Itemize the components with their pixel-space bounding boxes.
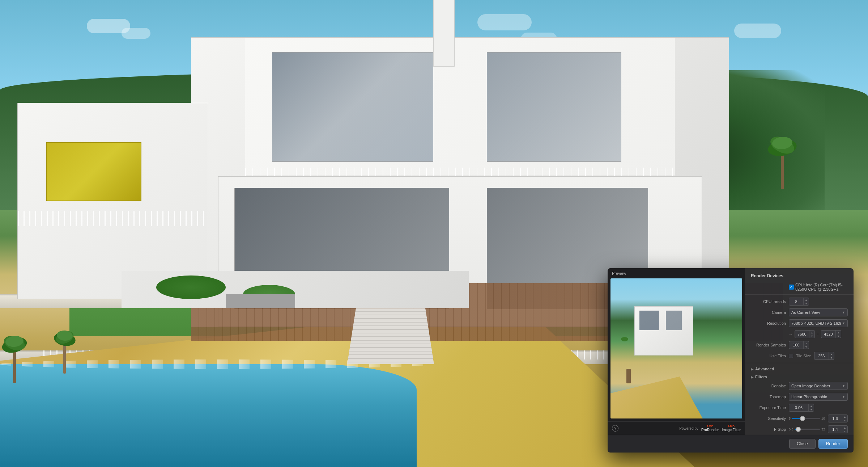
height-up[interactable]: ▲ [836, 331, 841, 334]
fstop-spinners: ▲ ▼ [842, 426, 847, 433]
cloud [477, 14, 532, 30]
fstop-value-field[interactable]: 1.4 ▲ ▼ [828, 425, 848, 433]
tile-size-down[interactable]: ▼ [829, 356, 834, 359]
height-field[interactable]: 4320 ▲ ▼ [821, 330, 841, 338]
use-tiles-label: Use Tiles [751, 354, 789, 358]
camera-label: Camera [751, 310, 789, 315]
close-button[interactable]: Close [789, 439, 816, 449]
tiles-control: Tile Size 256 ▲ ▼ [789, 352, 848, 360]
exposure-up[interactable]: ▲ [809, 404, 814, 408]
tile-size-up[interactable]: ▲ [829, 352, 834, 356]
render-samples-value: 100 [789, 343, 803, 347]
fstop-thumb[interactable] [796, 427, 801, 432]
sensitivity-control: 5 10 1.6 ▲ ▼ [789, 415, 848, 422]
resolution-row: Resolution 7680 x 4320, UHDTV-2 16:9 ▼ [745, 318, 854, 329]
fstop-slider-container [795, 429, 820, 430]
cpu-threads-value: 8 [789, 299, 803, 304]
fstop-up[interactable]: ▲ [842, 426, 847, 429]
exposure-control: 0.06 ▲ ▼ [789, 404, 848, 412]
exposure-label: Exposure Time [751, 405, 789, 410]
height-spinners: ▲ ▼ [835, 331, 841, 338]
exposure-down[interactable]: ▼ [809, 408, 814, 411]
render-button[interactable]: Render [818, 439, 848, 449]
camera-dropdown[interactable]: As Current View ▼ [789, 308, 848, 316]
height-down[interactable]: ▼ [836, 334, 841, 338]
outdoor-table [226, 294, 295, 308]
denoise-dropdown[interactable]: Open Image Denoiser ▼ [789, 382, 848, 390]
filters-label: Filters [755, 375, 767, 379]
fstop-min: 0.5 [789, 428, 793, 431]
render-panel: Preview ? [608, 268, 854, 453]
palm-tree-2 [52, 316, 77, 374]
fstop-control: 0.5 32 1.4 ▲ ▼ [789, 425, 848, 433]
chimney [433, 0, 455, 67]
use-tiles-checkbox[interactable] [789, 354, 793, 358]
width-up[interactable]: ▲ [809, 331, 814, 334]
tonemap-value: Linear Photographic [791, 395, 827, 399]
sensitivity-max: 10 [821, 417, 825, 420]
balcony-left [18, 211, 208, 226]
separator-2 [745, 363, 854, 363]
exposure-spinners: ▲ ▼ [808, 404, 814, 411]
render-samples-down[interactable]: ▼ [804, 345, 809, 349]
filters-toggle[interactable]: ▶ Filters [745, 373, 854, 380]
advanced-label: Advanced [755, 367, 774, 371]
resolution-label: Resolution [751, 321, 789, 325]
device-row: CPU: Intel(R) Core(TM) i5-8259U CPU @ 2.… [745, 281, 854, 293]
render-samples-up[interactable]: ▲ [804, 341, 809, 345]
fstop-down[interactable]: ▼ [842, 429, 847, 433]
device-control: CPU: Intel(R) Core(TM) i5-8259U CPU @ 2.… [789, 283, 848, 291]
brand2-amd: AMD [728, 425, 735, 428]
preview-window-1 [639, 311, 659, 330]
cpu-threads-control: 8 ▲ ▼ [789, 298, 848, 306]
denoise-label: Denoise [751, 384, 789, 388]
filters-arrow: ▶ [751, 375, 754, 379]
cpu-threads-up[interactable]: ▲ [804, 298, 809, 302]
sensitivity-value-field[interactable]: 1.6 ▲ ▼ [828, 415, 848, 422]
brand2-name: Image Filter [722, 428, 741, 432]
width-down[interactable]: ▼ [809, 334, 814, 338]
cpu-threads-spinners: ▲ ▼ [803, 298, 809, 305]
settings-section: Render Devices CPU: Intel(R) Core(TM) i5… [745, 268, 854, 435]
camera-dropdown-arrow: ▼ [842, 311, 845, 314]
stairs [347, 308, 434, 364]
width-icon: ↔ [789, 332, 792, 336]
resolution-value: 7680 x 4320, UHDTV-2 16:9 [791, 321, 841, 325]
resolution-dropdown-arrow: ▼ [842, 321, 845, 325]
sensitivity-spinners: ▲ ▼ [842, 415, 847, 422]
advanced-arrow: ▶ [751, 367, 754, 371]
tonemap-arrow: ▼ [842, 395, 845, 399]
sensitivity-thumb[interactable] [800, 416, 805, 421]
camera-control: As Current View ▼ [789, 308, 848, 316]
height-icon: ↕ [817, 332, 819, 336]
cpu-threads-down[interactable]: ▼ [804, 302, 809, 305]
window-yellow [46, 142, 141, 201]
preview-window-2 [666, 311, 682, 330]
house-left-wing [17, 103, 208, 299]
device-checkbox[interactable] [789, 285, 794, 290]
resolution-dropdown[interactable]: 7680 x 4320, UHDTV-2 16:9 ▼ [789, 319, 848, 327]
tonemap-label: Tonemap [751, 395, 789, 399]
brand-imagefilter: AMD Image Filter [722, 425, 741, 432]
cpu-threads-input[interactable]: 8 ▲ ▼ [789, 298, 809, 306]
denoise-value: Open Image Denoiser [791, 384, 830, 388]
preview-label: Preview [608, 268, 745, 277]
fstop-value: 1.4 [828, 427, 842, 432]
render-devices-title: Render Devices [745, 272, 854, 281]
preview-palm-trunk [626, 369, 631, 383]
sensitivity-up[interactable]: ▲ [842, 415, 847, 418]
resolution-control: 7680 x 4320, UHDTV-2 16:9 ▼ [789, 319, 848, 327]
denoise-row: Denoise Open Image Denoiser ▼ [745, 380, 854, 391]
sensitivity-fill [792, 418, 800, 419]
advanced-toggle[interactable]: ▶ Advanced [745, 365, 854, 373]
tile-size-input[interactable]: 256 ▲ ▼ [814, 352, 834, 360]
powered-by-text: Powered by [679, 426, 698, 430]
help-button[interactable]: ? [612, 425, 618, 432]
width-field[interactable]: 7680 ▲ ▼ [795, 330, 815, 338]
camera-value: As Current View [791, 310, 820, 315]
tonemap-dropdown[interactable]: Linear Photographic ▼ [789, 393, 848, 401]
render-samples-input[interactable]: 100 ▲ ▼ [789, 341, 809, 349]
exposure-input[interactable]: 0.06 ▲ ▼ [789, 404, 814, 412]
sensitivity-down[interactable]: ▼ [842, 418, 847, 422]
render-samples-spinners: ▲ ▼ [803, 341, 809, 349]
